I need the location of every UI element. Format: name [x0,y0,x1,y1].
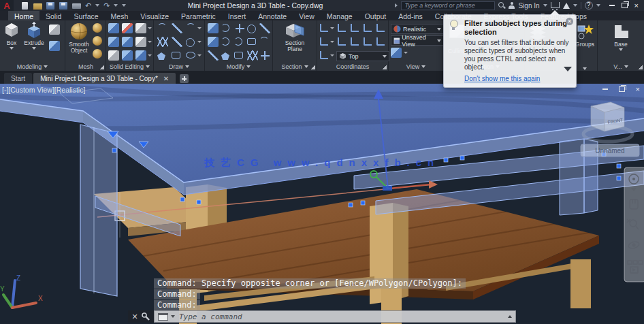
close-icon[interactable]: × [634,2,639,9]
named-ucs-dropdown[interactable]: Top [336,51,389,61]
new-file-icon[interactable] [20,2,29,10]
recent-commands-caret-icon[interactable] [171,315,175,318]
recent-commands-icon[interactable] [158,313,168,321]
rectangle-icon[interactable] [172,52,180,59]
autodesk-app-icon[interactable] [563,3,570,9]
help-icon[interactable]: ? [585,1,593,10]
sign-in-dropdown-icon[interactable] [543,4,547,7]
copy-icon[interactable] [247,25,256,33]
explode-icon[interactable] [221,52,229,60]
coordinates-dialog-launcher-icon[interactable] [382,65,387,69]
named-view-dropdown[interactable]: Unsaved View [391,35,444,46]
search-icon[interactable] [498,2,505,9]
save-icon[interactable] [46,2,55,10]
help-search-input[interactable] [401,1,495,10]
plot-icon[interactable] [72,2,81,10]
ucs-view-icon[interactable] [364,24,372,32]
grid-array-icon[interactable] [259,50,270,61]
new-tab-icon[interactable] [180,74,189,83]
tab-output[interactable]: Output [359,11,393,20]
mesh-panel-label[interactable]: Mesh [78,63,93,70]
tab-parametric[interactable]: Parametric [175,11,222,20]
spline-icon[interactable] [157,23,167,33]
file-tab-start[interactable]: Start [4,73,32,84]
draw-panel-label[interactable]: Draw [169,63,183,70]
stretch-icon[interactable] [247,38,256,45]
save-as-icon[interactable] [59,2,68,10]
ucs-face-icon[interactable] [338,37,346,46]
fillet-icon[interactable] [259,37,269,46]
tab-home[interactable]: Home [8,11,39,20]
mesh-dialog-launcher-icon[interactable] [99,65,104,69]
restore-icon[interactable] [622,3,628,8]
customize-qat-icon[interactable] [122,4,126,7]
smooth-object-button[interactable]: Smooth Object [67,22,91,54]
drawing-close-icon[interactable]: × [636,86,640,93]
base-button[interactable]: Base [607,22,634,51]
modeling-panel-label[interactable]: Modeling [17,63,42,70]
section-panel-label[interactable]: Section [281,63,302,70]
tab-annotate[interactable]: Annotate [252,11,293,20]
section-dialog-launcher-icon[interactable] [310,65,315,69]
polysolid-icon[interactable] [49,25,60,35]
close-tab-icon[interactable]: ✕ [163,75,169,82]
groups-button[interactable]: Groups [573,23,596,48]
tab-surface[interactable]: Surface [67,11,104,20]
store-cart-icon[interactable] [551,2,560,8]
mesh-refine-icon[interactable] [93,23,102,33]
viewport-config-icon[interactable] [391,48,402,58]
trim-icon[interactable] [259,23,270,33]
modify-panel-label[interactable]: Modify [227,63,245,70]
autocad-logo[interactable]: A [0,0,14,11]
mesh-crease-icon[interactable] [93,36,102,46]
ucs-origin-icon[interactable] [338,24,346,32]
view-panel-label[interactable]: View [406,63,419,70]
slice-icon[interactable] [108,37,119,47]
move-icon[interactable] [234,23,245,33]
tab-visualize[interactable]: Visualize [134,11,175,20]
navigation-bar[interactable] [624,167,644,282]
ucs-icon[interactable] [320,24,328,32]
solid-editing-panel-label[interactable]: Solid Editing [110,63,144,70]
tab-manage[interactable]: Manage [321,11,359,20]
collapse-infocenter-icon[interactable] [395,3,398,7]
ellipse-icon[interactable] [186,52,195,59]
subtract-icon[interactable] [122,23,133,33]
tab-solid[interactable]: Solid [39,11,67,20]
box-button[interactable]: Box [1,22,22,50]
section-plane-button[interactable]: Section Plane [280,22,310,52]
open-file-icon[interactable] [33,2,42,10]
presspull-icon[interactable] [49,41,60,51]
polygon-icon[interactable] [157,52,165,60]
array-icon[interactable] [247,50,258,61]
ucs-object-icon[interactable] [376,24,385,32]
3d-align-icon[interactable] [208,37,219,47]
extrude-button[interactable]: Extrude [23,22,45,50]
erase-icon[interactable] [208,50,219,61]
3d-rotate-icon[interactable] [221,24,229,32]
customize-wrench-icon[interactable] [142,312,150,321]
command-input-field[interactable] [154,310,516,323]
ucs-z-axis-icon[interactable] [351,24,359,32]
minimize-icon[interactable] [609,5,615,6]
circle-icon[interactable] [186,38,195,47]
viewport-controls-label[interactable]: [-][Custom View][Realistic] [2,86,85,94]
intersect-icon[interactable] [135,23,146,33]
autodesk-dropdown-icon[interactable] [573,4,577,7]
ucs-y-icon[interactable] [364,37,372,46]
extract-edges-icon[interactable] [135,50,146,61]
drawing-restore-icon[interactable] [619,86,625,92]
help-dropdown-icon[interactable] [596,4,600,7]
coordinates-panel-label[interactable]: Coordinates [336,63,370,70]
fillet-edge-icon[interactable] [108,50,119,61]
union-icon[interactable] [108,23,119,33]
ucs-world-icon[interactable] [320,51,328,59]
tooltip-close-icon[interactable]: ✕ [566,18,573,25]
base-dialog-launcher-icon[interactable] [638,65,643,69]
command-input[interactable] [178,312,505,322]
base-panel-label[interactable]: V... [613,63,622,70]
arc-icon[interactable] [186,23,195,33]
polyline-icon[interactable] [172,23,182,33]
expand-command-history-icon[interactable] [508,315,512,318]
ucs-3point-icon[interactable] [376,37,385,46]
